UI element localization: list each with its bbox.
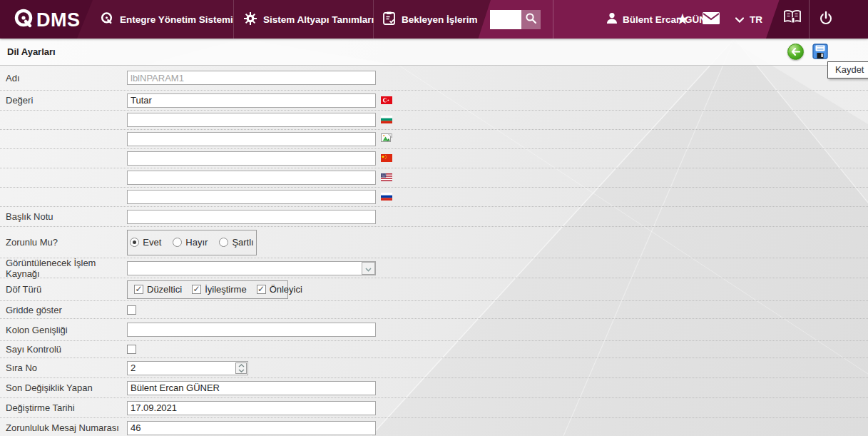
form-row-degeri: Değeri [0,91,868,111]
field-label: Son Değişiklik Yapan [6,382,127,393]
form-row-baslik-notu: Başlık Notu [0,207,868,227]
menu-item-entegre-yonetim-sistemi[interactable]: Entegre Yönetim Sistemi [100,0,233,39]
field-label: Görüntülenecek İşlem Kaynağı [6,258,127,279]
language-value-input-bulgarian[interactable] [127,113,376,127]
language-selector[interactable]: TR [730,0,767,39]
search-button[interactable] [521,10,541,29]
form-row-zorunlu-mu: Zorunlu Mu? Evet Hayır Şartlı [0,227,868,258]
star-icon: ★ [676,11,690,28]
menu-item-sistem-altyapi-tanimlari[interactable]: Sistem Altyapı Tanımları [244,0,374,39]
field-label: Döf Türü [6,284,127,295]
favorites-button[interactable]: ★ [672,0,693,39]
field-label: Değiştirme Tarihi [6,402,127,413]
clipboard-check-icon [383,11,395,27]
baslik-notu-input[interactable] [127,210,376,224]
form-row-language [0,149,868,168]
language-code: TR [750,14,762,25]
form-row-gridde-goster: Gridde göster [0,301,868,319]
radio-hayir[interactable]: Hayır [173,237,208,248]
search-box [490,10,541,29]
open-book-hand-icon [783,9,802,29]
user-manual-button[interactable] [779,0,806,39]
field-label: Zorunlu Mu? [6,237,127,248]
field-label: Değeri [6,95,127,106]
son-degisiklik-input[interactable] [127,381,376,395]
language-value-input[interactable] [127,132,376,146]
back-button[interactable] [787,44,804,60]
radio-button [173,238,182,247]
qdms-circle-icon [100,11,113,27]
messages-button[interactable] [699,0,723,39]
form-row-son-degisiklik: Son Değişiklik Yapan [0,378,868,398]
missing-image-icon [381,133,392,146]
gear-icon [244,12,257,27]
language-value-input-russian[interactable] [127,190,376,204]
chevron-down-icon [735,14,744,25]
field-label: Gridde göster [6,305,127,315]
dil-ayarlari-form: Adı Değeri [0,66,868,436]
search-icon [525,12,537,27]
zorunluluk-mesaj-input[interactable] [127,421,376,435]
radio-sartli[interactable]: Şartlı [219,237,253,248]
degistirme-tarihi-input[interactable] [127,401,376,415]
menu-divider [553,0,553,39]
power-icon [819,11,833,28]
degeri-input[interactable] [127,93,376,108]
dof-turu-checkbox-group: ✓ Düzeltici ✓ İyileştirme ✓ Önleyici [127,280,288,299]
spinner-buttons[interactable] [235,363,247,374]
islem-kaynagi-dropdown[interactable] [127,261,376,275]
flag-china-icon [381,152,392,165]
form-row-adi: Adı [0,66,868,91]
sira-no-spinner-field [127,361,248,375]
zorunlu-radio-group: Evet Hayır Şartlı [127,230,257,255]
menu-divider [233,0,234,39]
checkbox-onleyici[interactable]: ✓ Önleyici [257,284,302,295]
mail-icon [703,12,720,27]
flag-bulgaria-icon [381,113,392,126]
menu-item-label: Bekleyen İşlerim [402,14,478,25]
user-icon [606,12,618,26]
checkbox-duzeltici[interactable]: ✓ Düzeltici [134,284,182,295]
gridde-goster-checkbox[interactable] [127,305,136,315]
sayi-kontrolu-checkbox[interactable] [127,345,136,354]
form-row-sayi-kontrolu: Sayı Kontrolü [0,341,868,358]
radio-evet[interactable]: Evet [130,237,161,248]
islem-kaynagi-input[interactable] [127,261,376,275]
language-value-input-chinese[interactable] [127,151,376,166]
form-row-language [0,168,868,188]
form-row-sira-no: Sıra No [0,358,868,378]
content-area: Dil Ayarları Kaydet Adı Değeri [0,39,868,436]
menu-divider [809,0,810,39]
form-row-degistirme-tarihi: Değiştirme Tarihi [0,398,868,418]
sira-no-input[interactable] [127,361,248,375]
flag-turkey-icon [381,94,392,107]
logo-text: DMS [36,9,81,31]
form-row-zorunluluk-mesaj: Zorunluluk Mesaj Numarası [0,418,868,436]
page-title: Dil Ayarları [7,46,56,57]
field-label: Başlık Notu [6,211,127,222]
qdms-logo[interactable]: DMS [13,8,81,32]
field-label: Adı [6,73,127,83]
field-label: Kolon Genişliği [6,325,127,335]
field-label: Sıra No [6,363,127,373]
qdms-logo-q-icon [13,8,34,32]
form-row-language [0,130,868,149]
checkbox-iyilestirme[interactable]: ✓ İyileştirme [192,284,247,295]
floppy-disk-icon [812,49,828,61]
language-value-input-english[interactable] [127,171,376,185]
page-header: Dil Ayarları Kaydet [0,39,868,66]
form-row-language [0,111,868,130]
kolon-genisligi-input[interactable] [127,323,376,337]
checkbox-checked: ✓ [134,285,143,294]
search-input[interactable] [490,10,521,29]
save-tooltip: Kaydet [827,61,868,78]
adi-input[interactable] [127,71,376,85]
save-button[interactable] [812,44,828,59]
logout-button[interactable] [814,0,838,39]
dropdown-button[interactable] [362,262,375,275]
topbar: DMS Entegre Yönetim Sistemi Sistem Altya… [0,0,868,39]
radio-button-selected [130,238,139,247]
menu-item-bekleyen-islerim[interactable]: Bekleyen İşlerim [383,0,478,39]
field-label: Zorunluluk Mesaj Numarası [6,422,127,433]
back-arrow-icon [791,46,800,59]
